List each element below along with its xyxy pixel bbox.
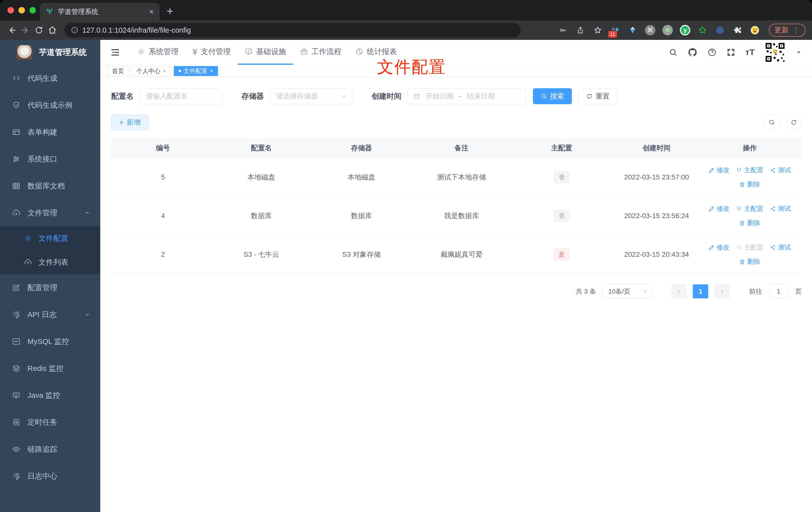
table-row: 5 本地磁盘 本地磁盘 测试下本地存储 否 2022-03-15 23:57:0… xyxy=(111,158,802,197)
sidebar-item-code-gen[interactable]: 代码生成 xyxy=(0,65,100,92)
extension-star-icon[interactable] xyxy=(697,25,708,36)
name-filter-input[interactable] xyxy=(140,88,222,104)
add-button[interactable]: + 新增 xyxy=(111,115,148,130)
delete-link[interactable]: 删除 xyxy=(739,257,760,266)
extension-eye-icon[interactable] xyxy=(715,25,725,36)
sidebar-item-log-center[interactable]: 日志中心 xyxy=(0,463,100,489)
tab-profile[interactable]: 个人中心 × xyxy=(132,66,171,76)
puzzle-icon[interactable] xyxy=(732,25,743,36)
topnav-infra[interactable]: 基础设施 xyxy=(238,40,293,65)
topnav-pay[interactable]: ¥ 支付管理 xyxy=(185,40,238,65)
sidebar-item-code-demo[interactable]: 代码生成示例 xyxy=(0,92,100,119)
font-size-icon[interactable]: ᴛT xyxy=(746,48,755,57)
topnav-workflow[interactable]: 工作流程 xyxy=(293,40,348,65)
tab-close-icon[interactable]: × xyxy=(149,7,154,16)
test-link[interactable]: 测试 xyxy=(770,166,791,175)
master-config-link[interactable]: 主配置 xyxy=(736,166,763,175)
key-icon[interactable] xyxy=(557,25,568,36)
sidebar-item-config-manage[interactable]: 配置管理 xyxy=(0,274,100,301)
refresh-icon xyxy=(790,119,797,126)
zoom-window-button[interactable] xyxy=(29,7,36,13)
help-icon[interactable] xyxy=(707,48,717,57)
collapse-sidebar-icon[interactable] xyxy=(110,48,120,57)
sidebar-item-tracing[interactable]: 链路追踪 xyxy=(0,436,100,463)
extension-dot-icon[interactable] xyxy=(662,25,673,36)
test-link[interactable]: 测试 xyxy=(770,243,791,252)
refresh-table-button[interactable] xyxy=(786,115,802,130)
caret-down-icon[interactable] xyxy=(795,49,802,56)
page-size-value: 10条/页 xyxy=(608,287,630,296)
close-icon[interactable]: × xyxy=(210,68,213,74)
extension-gem-icon[interactable] xyxy=(627,25,638,36)
delete-link[interactable]: 删除 xyxy=(739,180,760,189)
edit-link[interactable]: 修改 xyxy=(708,166,729,175)
info-icon[interactable] xyxy=(71,26,78,34)
menu-dots-icon[interactable]: ⋮ xyxy=(792,26,800,35)
bookmark-star-icon[interactable] xyxy=(592,25,603,36)
search-label: 搜索 xyxy=(550,91,564,101)
search-button[interactable]: 搜索 xyxy=(533,88,572,104)
form-icon xyxy=(12,128,21,137)
qr-avatar[interactable] xyxy=(764,42,786,63)
github-icon[interactable] xyxy=(688,48,698,57)
delete-link[interactable]: 删除 xyxy=(739,219,760,227)
emoji-avatar-icon[interactable] xyxy=(749,25,760,36)
window-controls[interactable] xyxy=(7,7,36,13)
sidebar-item-label: 文件管理 xyxy=(27,208,57,218)
master-config-link[interactable]: 主配置 xyxy=(736,204,763,213)
new-tab-button[interactable]: + xyxy=(167,4,173,18)
table-row: 4 数据库 数据库 我是数据库 否 2022-03-15 23:56:24 修改… xyxy=(111,197,802,235)
storage-filter-select[interactable]: 请选择存储器 xyxy=(270,88,352,104)
date-range-picker[interactable]: 开始日期 - 结束日期 xyxy=(407,88,526,104)
close-window-button[interactable] xyxy=(7,7,14,13)
sidebar-item-scheduled-jobs[interactable]: 定时任务 xyxy=(0,409,100,436)
extension-tag-icon[interactable]: 11 xyxy=(610,25,621,36)
sidebar-item-label: 日志中心 xyxy=(27,471,57,481)
tab-file-config[interactable]: 文件配置 × xyxy=(174,66,218,76)
topnav-system[interactable]: 系统管理 xyxy=(130,40,185,65)
show-search-button[interactable] xyxy=(764,115,780,130)
browser-tab[interactable]: 芋道管理系统 × xyxy=(40,3,160,21)
share-icon[interactable] xyxy=(575,25,586,36)
sidebar-item-label: 数据库文档 xyxy=(27,181,65,191)
sidebar-item-api-log[interactable]: API 日志 xyxy=(0,301,100,328)
url-text[interactable]: 127.0.0.1:1024/infra/file/file-config xyxy=(82,26,191,34)
reset-button[interactable]: 重置 xyxy=(578,88,617,104)
back-icon[interactable] xyxy=(6,25,18,36)
fullscreen-icon[interactable] xyxy=(726,48,735,57)
edit-link[interactable]: 修改 xyxy=(708,243,729,252)
forward-icon[interactable] xyxy=(20,25,31,36)
active-dot xyxy=(179,70,181,72)
sidebar-item-java-monitor[interactable]: Java 监控 xyxy=(0,382,100,409)
sidebar-item-form-builder[interactable]: 表单构建 xyxy=(0,119,100,146)
chevron-down-icon xyxy=(84,311,90,318)
tab-home[interactable]: 首页 xyxy=(107,66,129,76)
reload-icon[interactable] xyxy=(33,25,45,36)
test-link[interactable]: 测试 xyxy=(770,204,791,213)
sidebar-item-db-doc[interactable]: 数据库文档 xyxy=(0,173,100,200)
sidebar-item-file-manage[interactable]: 文件管理 xyxy=(0,200,100,226)
address-bar[interactable]: 127.0.0.1:1024/infra/file/file-config xyxy=(64,23,521,37)
minimize-window-button[interactable] xyxy=(19,7,25,13)
prev-page-button[interactable] xyxy=(671,284,687,298)
master-tag: 否 xyxy=(554,171,569,183)
edit-icon xyxy=(708,167,715,173)
page-size-select[interactable]: 10条/页 xyxy=(602,284,652,298)
extension-command-icon[interactable]: ⌘ xyxy=(645,25,656,36)
sidebar-item-system-api[interactable]: 系统接口 xyxy=(0,146,100,173)
close-icon[interactable]: × xyxy=(163,68,166,74)
next-page-button[interactable] xyxy=(714,284,730,298)
sidebar-item-mysql-monitor[interactable]: MySQL 监控 xyxy=(0,328,100,355)
sidebar-logo[interactable]: 芋道管理系统 xyxy=(0,40,100,65)
edit-link[interactable]: 修改 xyxy=(708,204,729,213)
goto-page-input[interactable] xyxy=(770,284,788,298)
chrome-update-chip[interactable]: 更新 ⋮ xyxy=(769,24,806,37)
sidebar-item-redis-monitor[interactable]: Redis 监控 xyxy=(0,355,100,382)
table-tools xyxy=(764,115,802,130)
page-number-button[interactable]: 1 xyxy=(693,284,708,298)
search-icon[interactable] xyxy=(669,48,677,57)
sidebar-item-file-list[interactable]: 文件列表 xyxy=(0,250,100,274)
sidebar-item-file-config[interactable]: 文件配置 xyxy=(0,226,100,250)
home-icon[interactable] xyxy=(47,25,58,36)
extension-yuque-icon[interactable]: y xyxy=(679,25,691,36)
